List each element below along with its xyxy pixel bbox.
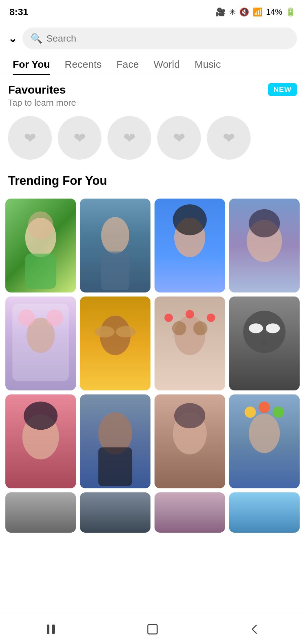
svg-point-24 (266, 323, 280, 333)
svg-point-32 (249, 414, 280, 453)
grid-item-2[interactable] (80, 199, 150, 292)
favourites-header: Favourites NEW (8, 83, 297, 96)
fav-circle-3[interactable]: ❤ (107, 116, 151, 160)
grid-item-14[interactable] (80, 492, 150, 533)
pause-button[interactable] (37, 616, 64, 643)
heart-icon-4: ❤ (173, 129, 185, 147)
grid-item-1[interactable] (5, 199, 76, 292)
svg-point-15 (116, 326, 136, 338)
tab-face[interactable]: Face (109, 53, 146, 75)
grid-item-8[interactable] (229, 297, 300, 390)
svg-point-21 (207, 314, 215, 322)
svg-point-19 (164, 314, 173, 322)
grid-item-16[interactable] (229, 492, 300, 533)
svg-rect-2 (25, 254, 56, 289)
image-grid-partial (0, 492, 305, 533)
grid-item-11[interactable] (155, 394, 225, 488)
search-bar[interactable]: 🔍 (23, 28, 297, 49)
status-time: 8:31 (9, 7, 28, 17)
search-icon: 🔍 (31, 33, 42, 44)
svg-point-31 (174, 403, 205, 429)
home-button[interactable] (139, 616, 166, 643)
grid-item-3[interactable] (155, 199, 225, 292)
image-grid (0, 199, 305, 488)
svg-point-20 (185, 310, 194, 318)
heart-icon-5: ❤ (223, 129, 235, 147)
grid-item-15[interactable] (155, 492, 225, 533)
svg-point-33 (245, 407, 256, 418)
fav-circle-2[interactable]: ❤ (58, 116, 101, 160)
svg-point-14 (95, 326, 115, 338)
camera-icon: 🎥 (216, 7, 226, 17)
mute-icon: 🔇 (239, 7, 249, 17)
tab-for-you[interactable]: For You (5, 53, 57, 75)
battery-icon: 🔋 (286, 7, 296, 17)
svg-point-6 (173, 204, 207, 235)
tab-world[interactable]: World (146, 53, 187, 75)
favourites-title: Favourites (8, 83, 66, 96)
fav-circle-4[interactable]: ❤ (157, 116, 201, 160)
svg-point-27 (24, 401, 58, 430)
svg-rect-36 (47, 625, 49, 634)
heart-icon-2: ❤ (74, 129, 86, 147)
status-icons: 🎥 ✳ 🔇 📶 14% 🔋 (216, 7, 296, 17)
svg-point-1 (28, 211, 53, 239)
grid-item-7[interactable] (155, 297, 225, 390)
svg-rect-4 (101, 252, 129, 290)
svg-point-22 (243, 311, 286, 353)
svg-point-23 (249, 323, 263, 333)
svg-point-17 (172, 321, 186, 335)
grid-item-4[interactable] (229, 199, 300, 292)
svg-point-34 (259, 401, 270, 413)
svg-point-18 (193, 321, 208, 335)
fav-circle-1[interactable]: ❤ (8, 116, 52, 160)
favourites-section: Favourites NEW Tap to learn more ❤ ❤ ❤ ❤… (0, 75, 305, 164)
grid-item-5[interactable] (5, 297, 76, 390)
status-bar: 8:31 🎥 ✳ 🔇 📶 14% 🔋 (0, 0, 305, 24)
dropdown-arrow[interactable]: ⌄ (8, 32, 17, 45)
svg-point-8 (249, 209, 280, 237)
grid-item-13[interactable] (5, 492, 76, 533)
tabs-row: For You Recents Face World Music (0, 53, 305, 75)
svg-point-35 (273, 407, 284, 418)
back-button[interactable] (241, 616, 268, 643)
svg-point-3 (101, 217, 129, 254)
heart-icon-3: ❤ (123, 129, 136, 147)
svg-point-12 (46, 309, 63, 326)
svg-rect-37 (52, 625, 55, 634)
trending-title: Trending For You (8, 174, 300, 188)
tab-music[interactable]: Music (187, 53, 228, 75)
favourites-circles: ❤ ❤ ❤ ❤ ❤ (8, 116, 297, 160)
svg-rect-38 (148, 625, 157, 634)
new-badge[interactable]: NEW (268, 83, 297, 96)
search-bar-row: ⌄ 🔍 (0, 24, 305, 53)
svg-rect-29 (98, 447, 132, 486)
favourites-subtitle[interactable]: Tap to learn more (8, 98, 297, 108)
trending-section: Trending For You (0, 164, 305, 199)
wifi-icon: 📶 (253, 7, 263, 17)
tab-recents[interactable]: Recents (57, 53, 109, 75)
search-input[interactable] (46, 33, 289, 44)
grid-item-12[interactable] (229, 394, 300, 488)
fav-circle-5[interactable]: ❤ (207, 116, 251, 160)
heart-icon-1: ❤ (24, 129, 36, 147)
bluetooth-icon: ✳ (229, 7, 236, 17)
battery-text: 14% (266, 7, 282, 17)
grid-item-10[interactable] (80, 394, 150, 488)
svg-point-11 (18, 309, 35, 326)
grid-item-9[interactable] (5, 394, 76, 488)
grid-item-6[interactable] (80, 297, 150, 390)
bottom-nav (0, 614, 305, 644)
